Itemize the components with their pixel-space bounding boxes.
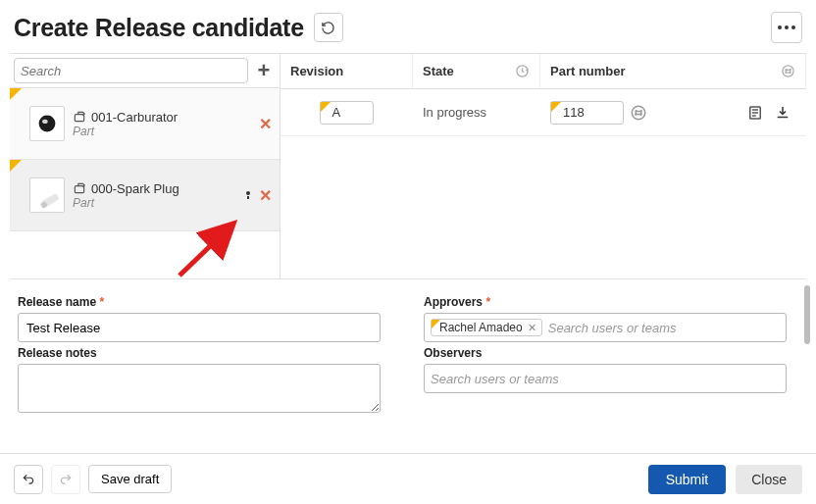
add-item-button[interactable]: +	[248, 55, 280, 86]
remove-chip-button[interactable]: ✕	[528, 322, 536, 334]
svg-point-9	[783, 66, 793, 76]
svg-point-6	[246, 191, 250, 195]
observers-input[interactable]: Search users or teams	[424, 364, 787, 393]
part-name: 001-Carburator	[91, 110, 178, 125]
refresh-icon	[321, 21, 335, 35]
required-mark: *	[485, 295, 490, 309]
ellipsis-icon	[778, 25, 795, 29]
modified-flag-icon	[551, 102, 561, 112]
release-notes-textarea[interactable]	[18, 364, 381, 413]
column-header-state[interactable]: State	[413, 54, 540, 88]
svg-point-0	[39, 116, 56, 132]
svg-point-1	[42, 120, 48, 124]
release-name-input[interactable]	[18, 313, 381, 342]
dialog-footer: Save draft Submit Close	[0, 453, 816, 504]
release-name-label: Release name	[18, 295, 96, 309]
refresh-button[interactable]	[314, 13, 343, 42]
history-icon	[515, 64, 530, 78]
main-area: + 001-Carburator Part	[10, 53, 806, 278]
sidebar: + 001-Carburator Part	[10, 54, 280, 278]
submit-button[interactable]: Submit	[648, 465, 727, 494]
modified-flag-icon	[432, 320, 440, 328]
part-type: Part	[73, 196, 235, 210]
notes-button[interactable]	[746, 104, 764, 122]
approvers-label: Approvers	[424, 295, 483, 309]
search-input[interactable]	[14, 58, 248, 83]
part-thumbnail	[29, 177, 65, 213]
approver-chip[interactable]: Rachel Amadeo ✕	[431, 319, 542, 336]
state-value: In progress	[413, 105, 540, 120]
revision-input[interactable]: A	[320, 101, 374, 125]
release-notes-label: Release notes	[18, 346, 392, 360]
part-type: Part	[73, 125, 251, 138]
part-list-item[interactable]: 001-Carburator Part ✕	[10, 88, 280, 160]
warning-icon	[243, 190, 253, 200]
more-menu-button[interactable]	[771, 12, 802, 43]
approvers-input[interactable]: Rachel Amadeo ✕ Search users or teams	[424, 313, 787, 342]
column-header-revision[interactable]: Revision	[280, 54, 413, 88]
column-header-part-number[interactable]: Part number	[540, 54, 806, 88]
scrollbar[interactable]	[804, 285, 810, 344]
part-number-input[interactable]: 118	[550, 101, 624, 125]
close-button[interactable]: Close	[736, 465, 802, 494]
part-name: 000-Spark Plug	[91, 181, 179, 196]
title-bar: Create Release candidate	[10, 8, 806, 53]
svg-rect-7	[247, 196, 249, 199]
part-thumbnail	[29, 106, 65, 141]
required-mark: *	[99, 295, 104, 309]
detail-row: A In progress 118	[280, 89, 806, 136]
svg-rect-5	[75, 186, 83, 193]
part-icon	[73, 110, 86, 124]
hash-icon	[781, 64, 795, 78]
form-area: Release name * Release notes Approvers *…	[10, 278, 806, 421]
dialog-title: Create Release candidate	[14, 14, 304, 42]
observers-label: Observers	[424, 346, 798, 360]
remove-item-button[interactable]: ✕	[259, 115, 272, 133]
plus-icon: +	[258, 58, 271, 83]
dialog: Create Release candidate +	[0, 0, 816, 504]
redo-button[interactable]	[51, 465, 80, 494]
undo-icon	[22, 473, 35, 486]
download-button[interactable]	[774, 104, 791, 122]
save-draft-button[interactable]: Save draft	[88, 465, 172, 493]
undo-button[interactable]	[14, 465, 43, 494]
detail-grid: Revision State Part number	[280, 54, 806, 278]
modified-flag-icon	[10, 160, 22, 172]
modified-flag-icon	[321, 102, 331, 112]
observers-placeholder: Search users or teams	[431, 372, 559, 386]
part-icon	[73, 181, 86, 195]
approvers-placeholder: Search users or teams	[548, 321, 677, 335]
modified-flag-icon	[10, 88, 22, 100]
svg-rect-2	[75, 115, 83, 122]
svg-point-10	[632, 106, 645, 120]
redo-icon	[59, 473, 73, 486]
part-list-item[interactable]: 000-Spark Plug Part ✕	[10, 160, 280, 231]
remove-item-button[interactable]: ✕	[259, 186, 272, 205]
generate-number-button[interactable]	[630, 104, 647, 122]
